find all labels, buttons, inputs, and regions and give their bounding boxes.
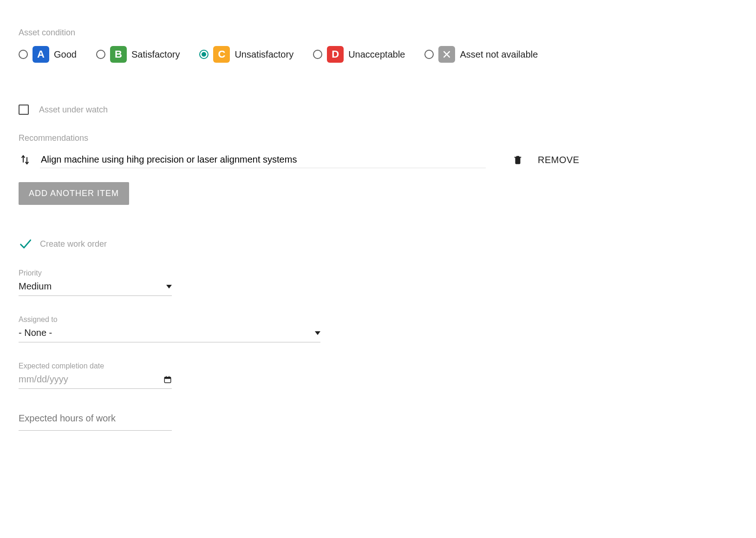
chevron-down-icon [315,331,320,335]
grade-x-badge [438,46,455,63]
radio-option-unacceptable[interactable]: D Unacceptable [313,46,405,63]
assigned-to-field: Assigned to - None - [19,315,737,342]
expected-hours-field [19,408,737,431]
recommendation-input[interactable] [40,151,486,168]
svg-rect-1 [164,377,171,379]
priority-select[interactable]: Medium [19,279,172,296]
priority-label: Priority [19,269,737,277]
asset-under-watch-row: Asset under watch [19,105,737,115]
recommendations-label: Recommendations [19,133,737,143]
radio-label: Satisfactory [131,49,180,60]
asset-condition-radio-group: A Good B Satisfactory C Unsatisfactory D… [19,46,737,63]
checkmark-icon [19,237,32,250]
expected-completion-label: Expected completion date [19,362,737,370]
radio-label: Unsatisfactory [235,49,293,60]
radio-icon [313,50,322,59]
expected-completion-field: Expected completion date mm/dd/yyyy [19,362,737,389]
asset-under-watch-label: Asset under watch [39,105,108,115]
radio-option-satisfactory[interactable]: B Satisfactory [96,46,180,63]
asset-under-watch-checkbox[interactable] [19,105,29,115]
priority-field: Priority Medium [19,269,737,296]
radio-option-good[interactable]: A Good [19,46,77,63]
radio-label: Good [54,49,77,60]
expected-hours-input[interactable] [19,410,172,426]
grade-a-badge: A [33,46,49,63]
remove-button[interactable]: REMOVE [538,155,580,165]
priority-value: Medium [19,281,52,292]
radio-icon [199,50,209,59]
radio-icon [424,50,434,59]
date-placeholder: mm/dd/yyyy [19,374,68,385]
grade-d-badge: D [327,46,344,63]
asset-condition-label: Asset condition [19,28,737,38]
expected-completion-input[interactable]: mm/dd/yyyy [19,372,172,389]
x-icon [442,50,451,59]
assigned-to-select[interactable]: - None - [19,326,320,342]
create-work-order-row[interactable]: Create work order [19,237,737,250]
radio-label: Unacceptable [348,49,405,60]
grade-b-badge: B [110,46,127,63]
add-another-item-button[interactable]: ADD ANOTHER ITEM [19,182,129,205]
radio-option-not-available[interactable]: Asset not available [424,46,538,63]
create-work-order-label: Create work order [40,239,107,249]
drag-handle-icon[interactable] [19,153,32,166]
recommendation-row: REMOVE [19,151,737,168]
chevron-down-icon [166,285,172,289]
grade-c-badge: C [213,46,230,63]
trash-icon[interactable] [513,155,523,165]
radio-icon [19,50,28,59]
calendar-icon [163,375,172,384]
radio-option-unsatisfactory[interactable]: C Unsatisfactory [199,46,293,63]
assigned-to-label: Assigned to [19,315,737,324]
assigned-to-value: - None - [19,328,52,338]
radio-icon [96,50,105,59]
radio-label: Asset not available [460,49,538,60]
